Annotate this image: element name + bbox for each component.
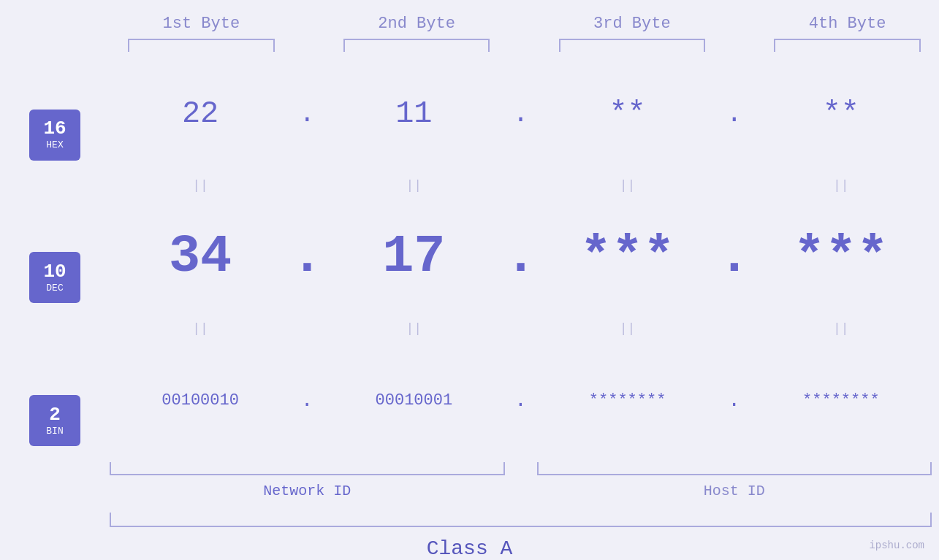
hex-cell-4: ** — [750, 96, 932, 131]
host-bracket-part2 — [750, 462, 932, 475]
equals-row-1: || || || || — [110, 172, 932, 199]
top-bracket-3 — [541, 39, 724, 52]
hex-cell-1: 22 — [110, 96, 291, 131]
dot-bin-2: . — [505, 389, 537, 412]
dec-cell-1: 34 — [110, 227, 291, 287]
dot-hex-2: . — [505, 99, 537, 129]
dot-bin-1: . — [291, 389, 323, 412]
dec-label: 10 DEC — [29, 252, 80, 303]
network-host-labels: Network ID Host ID — [110, 483, 932, 499]
dot-bin-3: . — [718, 389, 750, 412]
network-id-label: Network ID — [110, 483, 505, 499]
watermark: ipshu.com — [869, 540, 924, 551]
top-bracket-2 — [325, 39, 509, 52]
byte-header-1: 1st Byte — [110, 15, 293, 33]
class-label-container: Class A — [0, 537, 939, 560]
bin-cell-4: ******** — [750, 391, 932, 410]
hex-cell-3: ** — [537, 96, 718, 131]
host-id-label: Host ID — [537, 483, 932, 499]
dec-cell-4: *** — [750, 227, 932, 287]
dot-dec-2: . — [505, 227, 537, 287]
network-bracket-part2 — [323, 462, 504, 475]
hex-label: 16 HEX — [29, 110, 80, 161]
hex-row: 22 . 11 . ** . ** — [110, 56, 932, 172]
byte-headers-row: 1st Byte 2nd Byte 3rd Byte 4th Byte — [0, 15, 939, 33]
bin-cell-2: 00010001 — [323, 391, 504, 410]
data-grid: 22 . 11 . ** . ** — [110, 56, 939, 499]
dot-hex-3: . — [718, 99, 750, 129]
eq-2-4: || — [750, 321, 932, 336]
byte-header-2: 2nd Byte — [325, 15, 509, 33]
eq-1-1: || — [110, 178, 291, 193]
hex-cell-2: 11 — [323, 96, 504, 131]
dot-hex-1: . — [291, 99, 323, 129]
byte-header-3: 3rd Byte — [541, 15, 724, 33]
host-bracket-part1 — [537, 462, 718, 475]
network-bracket-container — [110, 462, 291, 475]
eq-2-1: || — [110, 321, 291, 336]
full-bracket-container — [0, 505, 939, 527]
dot-dec-3: . — [718, 227, 750, 287]
labels-column: 16 HEX 10 DEC 2 BIN — [0, 56, 110, 499]
top-brackets-row — [0, 39, 939, 52]
dot-dec-1: . — [291, 227, 323, 287]
bin-label: 2 BIN — [29, 395, 80, 446]
eq-2-2: || — [323, 321, 504, 336]
bottom-bracket-row — [110, 462, 932, 478]
top-bracket-4 — [756, 39, 939, 52]
bin-cell-3: ******** — [537, 391, 718, 410]
byte-header-4: 4th Byte — [756, 15, 939, 33]
equals-row-2: || || || || — [110, 315, 932, 342]
full-bottom-bracket — [110, 513, 932, 527]
dec-cell-3: *** — [537, 227, 718, 287]
bin-row: 00100010 . 00010001 . ******** . — [110, 342, 932, 458]
bottom-brackets-section: Network ID Host ID — [110, 462, 932, 499]
main-container: 1st Byte 2nd Byte 3rd Byte 4th Byte 16 — [0, 0, 939, 560]
eq-1-2: || — [323, 178, 504, 193]
top-bracket-1 — [110, 39, 293, 52]
eq-1-4: || — [750, 178, 932, 193]
dec-row: 34 . 17 . *** . *** — [110, 199, 932, 315]
bin-cell-1: 00100010 — [110, 391, 291, 410]
class-label: Class A — [427, 537, 513, 560]
eq-2-3: || — [537, 321, 718, 336]
dec-cell-2: 17 — [323, 227, 504, 287]
eq-1-3: || — [537, 178, 718, 193]
